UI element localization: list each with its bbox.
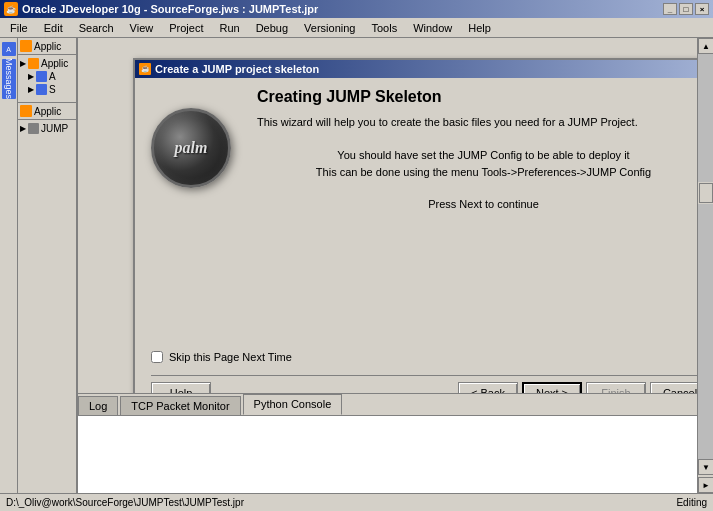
app-container: ☕ Oracle JDeveloper 10g - SourceForge.jw… [0,0,713,511]
dialog-content: palm Creating JUMP Skeleton This wizard … [151,88,697,343]
minimize-button[interactable]: _ [663,3,677,15]
dialog-info-line1: You should have set the JUMP Config to b… [265,147,697,165]
dialog-info-line2: This can be done using the menu Tools->P… [265,164,697,182]
status-path: D:\_Oliv@work\SourceForge\JUMPTest\JUMPT… [6,497,244,508]
side-icon-2[interactable]: Messages [2,59,16,99]
side-icon-1[interactable]: A [2,42,16,56]
side-icon-strip: A Messages [0,38,18,493]
tree-view: ▶ Applic ▶ A ▶ S [18,55,76,98]
dialog-buttons: Help < Back Next > Finish Cancel [151,375,697,393]
skip-page-label: Skip this Page Next Time [169,351,292,363]
palm-logo: palm [151,108,231,188]
skip-page-checkbox[interactable] [151,351,163,363]
dialog-heading: Creating JUMP Skeleton [257,88,697,106]
dialog-text-area: Creating JUMP Skeleton This wizard will … [257,88,697,343]
next-button[interactable]: Next > [522,382,582,393]
app-icon: ☕ [4,2,18,16]
title-bar: ☕ Oracle JDeveloper 10g - SourceForge.jw… [0,0,713,18]
workspace-inner: ☕ Create a JUMP project skeleton × palm [78,38,697,393]
tree-label-s: S [49,84,56,95]
scroll-track[interactable] [698,54,713,182]
scroll-track-bottom[interactable] [698,204,713,459]
menu-run[interactable]: Run [213,20,245,36]
tab-tcp[interactable]: TCP Packet Monitor [120,396,240,415]
bottom-content [78,416,697,493]
palm-logo-text: palm [175,139,208,157]
menu-versioning[interactable]: Versioning [298,20,361,36]
scroll-up-button[interactable]: ▲ [698,38,713,54]
dialog-title-bar: ☕ Create a JUMP project skeleton × [135,60,697,78]
scroll-down-button[interactable]: ▼ [698,459,713,475]
applic-icon-2 [20,105,32,117]
applic-tab-1[interactable]: Applic [18,38,76,55]
finish-button[interactable]: Finish [586,382,646,393]
help-button[interactable]: Help [151,382,211,393]
menu-tools[interactable]: Tools [365,20,403,36]
close-button[interactable]: × [695,3,709,15]
menu-window[interactable]: Window [407,20,458,36]
status-mode: Editing [676,497,707,508]
menu-search[interactable]: Search [73,20,120,36]
menu-file[interactable]: File [4,20,34,36]
app-body: A Messages Applic ▶ Applic ▶ A [0,38,713,493]
workspace: ☕ Create a JUMP project skeleton × palm [78,38,697,493]
cancel-button[interactable]: Cancel [650,382,697,393]
tree-label-jump: JUMP [41,123,68,134]
maximize-button[interactable]: □ [679,3,693,15]
dialog-info-box: You should have set the JUMP Config to b… [257,139,697,190]
jump-tree: ▶ JUMP [18,120,76,137]
right-panel: ▲ ▼ ► [697,38,713,493]
title-bar-controls: _ □ × [663,3,709,15]
tree-item-a[interactable]: ▶ A [28,70,74,83]
dialog-title-left: ☕ Create a JUMP project skeleton [139,63,319,75]
scroll-thumb[interactable] [699,183,713,203]
tree-label-a: A [49,71,56,82]
menu-debug[interactable]: Debug [250,20,294,36]
dialog-para1: This wizard will help you to create the … [257,114,697,131]
title-bar-left: ☕ Oracle JDeveloper 10g - SourceForge.jw… [4,2,318,16]
dialog-icon: ☕ [139,63,151,75]
back-button[interactable]: < Back [458,382,518,393]
menu-view[interactable]: View [124,20,160,36]
tree-item-jump[interactable]: ▶ JUMP [20,122,74,135]
tab-python-console[interactable]: Python Console [243,394,343,415]
tree-label-applic: Applic [41,58,68,69]
menu-help[interactable]: Help [462,20,497,36]
bottom-panel: Log TCP Packet Monitor Python Console [78,393,697,493]
applic-label-2: Applic [34,106,61,117]
applic-tab-2[interactable]: Applic [18,102,76,120]
bottom-tabs: Log TCP Packet Monitor Python Console [78,394,697,416]
tree-item-s[interactable]: ▶ S [28,83,74,96]
left-nav: Applic ▶ Applic ▶ A ▶ S [18,38,78,493]
nav-buttons: < Back Next > Finish Cancel [458,382,697,393]
applic-icon-1 [20,40,32,52]
menu-project[interactable]: Project [163,20,209,36]
dialog-body: palm Creating JUMP Skeleton This wizard … [135,78,697,393]
create-jump-dialog: ☕ Create a JUMP project skeleton × palm [133,58,697,393]
right-scroll-area: ▲ ▼ ► [698,38,713,493]
dialog-logo-area: palm [151,88,241,343]
tree-icon-applic [28,58,39,69]
dialog-title-text: Create a JUMP project skeleton [155,63,319,75]
dialog-checkbox-area: Skip this Page Next Time [151,351,697,363]
scroll-right-button[interactable]: ► [698,477,713,493]
help-button-area: Help [151,382,211,393]
tree-icon-s [36,84,47,95]
dialog-press-next: Press Next to continue [257,198,697,210]
status-bar: D:\_Oliv@work\SourceForge\JUMPTest\JUMPT… [0,493,713,511]
tree-item-applic[interactable]: ▶ Applic [20,57,74,70]
menu-bar: File Edit Search View Project Run Debug … [0,18,713,38]
tree-icon-a [36,71,47,82]
tree-icon-jump [28,123,39,134]
applic-label-1: Applic [34,41,61,52]
title-bar-title: Oracle JDeveloper 10g - SourceForge.jws … [22,3,318,15]
menu-edit[interactable]: Edit [38,20,69,36]
tab-log[interactable]: Log [78,396,118,415]
